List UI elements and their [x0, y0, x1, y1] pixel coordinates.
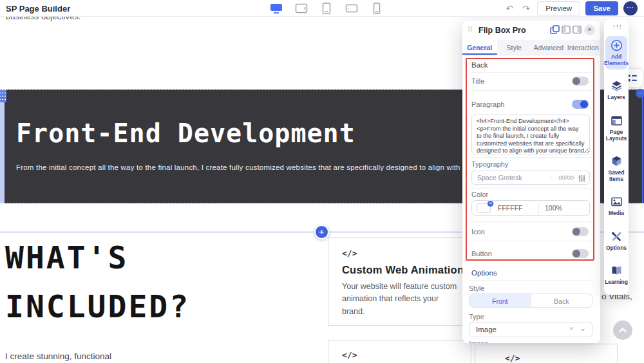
plus-circle-icon — [611, 39, 623, 51]
typography-settings-icon[interactable] — [578, 174, 585, 185]
panel-title: Flip Box Pro — [478, 26, 526, 35]
page-layout-icon — [611, 115, 623, 127]
font-family-input[interactable]: Space Grotesk · 00/00 — [471, 171, 590, 185]
dock-left-icon[interactable] — [562, 25, 572, 35]
undo-icon[interactable]: ↶ — [504, 1, 515, 15]
font-family-value: Space Grotesk — [477, 174, 522, 182]
page-builder-app: business objectives. Front-End Developme… — [0, 0, 644, 363]
clear-color-icon[interactable]: ✕ — [487, 200, 494, 207]
divider — [471, 188, 592, 189]
sidebar-drag-icon[interactable] — [612, 24, 621, 29]
divider — [471, 157, 592, 158]
card-title: Custom Web Animation — [342, 264, 464, 276]
row-settings-icon — [628, 75, 638, 82]
hero-right-edge — [642, 89, 643, 203]
divider — [471, 241, 592, 241]
layers-icon — [611, 80, 623, 92]
font-counter: 00/00 — [558, 174, 574, 181]
divider — [471, 90, 592, 91]
tab-advanced[interactable]: Advanced — [531, 40, 566, 55]
color-field[interactable]: ✕ FFFFFF 100% — [471, 200, 590, 216]
duplicate-icon[interactable] — [550, 25, 560, 35]
color-hex-value[interactable]: FFFFFF — [498, 204, 522, 212]
button-label: Button — [471, 250, 492, 257]
chevron-down-icon[interactable]: ⌄ — [580, 324, 586, 333]
add-row-button[interactable]: + — [314, 225, 329, 239]
chevron-up-icon — [619, 328, 627, 333]
topbar: SP Page Builder ↶ ↷ Preview Save ⋯ — [0, 0, 644, 17]
sidebar-item-add-elements[interactable]: Add Elements — [605, 36, 627, 70]
tab-interaction[interactable]: Interaction — [566, 40, 601, 55]
panel-drag-icon[interactable]: ⠿ — [468, 26, 473, 34]
builder-sidebar: Add Elements Layers Page Layouts Saved I… — [604, 19, 629, 295]
typography-label: Typography — [471, 160, 508, 168]
code-icon: </> — [342, 248, 357, 258]
sidebar-item-learning[interactable]: Learning — [605, 261, 627, 288]
device-mobile-landscape-button[interactable] — [345, 3, 359, 14]
device-tablet-landscape-button[interactable] — [294, 3, 308, 14]
device-tablet-portrait-button[interactable] — [319, 3, 334, 14]
media-icon — [611, 196, 623, 208]
app-title: SP Page Builder — [6, 4, 70, 14]
feature-card-animation[interactable]: </> Custom Web Animation Your website wi… — [328, 237, 471, 326]
device-mobile-portrait-button[interactable] — [370, 3, 384, 14]
cube-icon — [611, 155, 623, 167]
close-icon[interactable]: ✕ — [584, 24, 595, 35]
flipbox-settings-panel: ⠿ Flip Box Pro ✕ General Style Advanced … — [462, 21, 600, 343]
paragraph-label: Paragraph — [471, 100, 504, 108]
redo-icon[interactable]: ↷ — [520, 1, 532, 15]
dock-right-icon[interactable] — [573, 25, 583, 35]
panel-tabs: General Style Advanced Interaction — [462, 40, 600, 55]
style-back-button[interactable]: Back — [531, 294, 592, 307]
hero-drag-handle-icon[interactable] — [0, 89, 6, 102]
included-heading-line1: WHAT'S — [5, 239, 128, 275]
type-label: Type — [469, 313, 484, 321]
feature-card-2[interactable]: </> — [328, 340, 471, 363]
hero-title: Front-End Development — [16, 118, 355, 148]
color-opacity-value[interactable]: 100% — [545, 204, 562, 212]
scroll-to-top-button[interactable] — [613, 321, 632, 340]
color-label: Color — [471, 191, 488, 198]
type-select[interactable]: Image ✕ ⌄ — [469, 322, 592, 337]
divider — [471, 221, 592, 222]
title-label: Title — [471, 77, 484, 85]
tab-style[interactable]: Style — [497, 40, 532, 55]
book-icon — [611, 265, 623, 277]
feature-card-3[interactable]: </> — [475, 344, 618, 363]
code-icon: </> — [505, 353, 520, 363]
clear-selection-icon[interactable]: ✕ — [569, 326, 574, 332]
more-menu-button[interactable]: ⋯ — [623, 1, 638, 15]
sidebar-item-layers[interactable]: Layers — [605, 77, 627, 104]
back-section-heading: Back — [471, 61, 488, 69]
icon-label: Icon — [471, 228, 485, 236]
type-value: Image — [476, 326, 497, 333]
sidebar-item-page-layouts[interactable]: Page Layouts — [605, 111, 627, 145]
save-button[interactable]: Save — [585, 1, 618, 15]
divider — [469, 280, 594, 281]
style-segmented-control: Front Back — [469, 293, 592, 308]
style-label: Style — [469, 284, 484, 292]
included-heading-line2: INCLUDED? — [5, 288, 190, 324]
divider — [538, 203, 539, 214]
image-label: Image — [469, 340, 489, 343]
paragraph-content-textarea[interactable]: <h4>Front-End Development</h4> <p>From t… — [471, 115, 590, 154]
card-body: Your website will feature custom animati… — [342, 281, 461, 318]
tab-general[interactable]: General — [462, 40, 497, 55]
sidebar-item-options[interactable]: Options — [605, 227, 627, 254]
icon-toggle[interactable] — [572, 227, 589, 236]
sidebar-item-media[interactable]: Media — [605, 192, 627, 219]
device-switcher — [269, 3, 384, 14]
divider — [471, 72, 592, 73]
hero-options-badge[interactable]: ⋯ — [636, 89, 644, 98]
hero-paragraph: From the initial concept all the way to … — [16, 163, 462, 171]
sidebar-item-saved-items[interactable]: Saved Items — [605, 152, 627, 185]
paragraph-toggle[interactable] — [572, 100, 589, 109]
preview-button[interactable]: Preview — [537, 1, 580, 15]
panel-header: ⠿ Flip Box Pro ✕ — [462, 21, 600, 40]
button-toggle[interactable] — [572, 249, 589, 258]
separator-dot: · — [550, 174, 552, 181]
tools-icon — [611, 230, 623, 243]
device-desktop-button[interactable] — [269, 3, 283, 14]
style-front-button[interactable]: Front — [469, 294, 531, 307]
title-toggle[interactable] — [572, 77, 589, 86]
